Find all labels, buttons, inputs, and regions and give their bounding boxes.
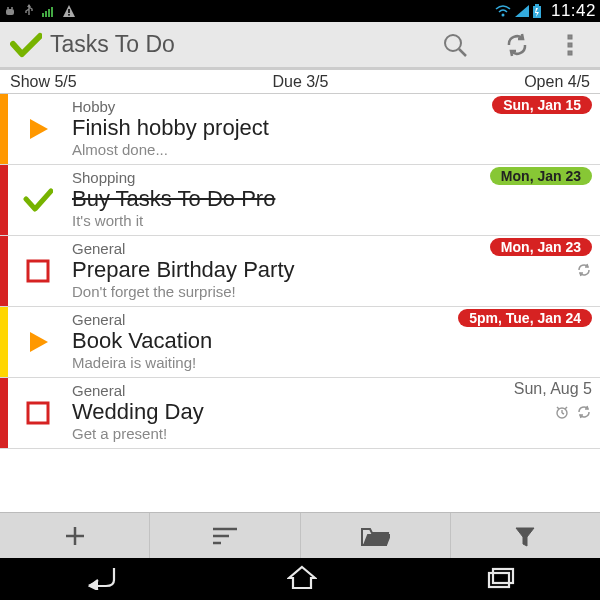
svg-point-16 — [445, 35, 461, 51]
check-icon — [23, 187, 53, 213]
task-state[interactable] — [8, 236, 68, 306]
sort-button[interactable] — [150, 513, 300, 558]
task-item[interactable]: Mon, Jan 23 General Prepare Birthday Par… — [0, 236, 600, 307]
priority-stripe — [0, 165, 8, 235]
svg-marker-37 — [289, 567, 315, 588]
task-item[interactable]: 5pm, Tue, Jan 24 General Book Vacation M… — [0, 307, 600, 378]
task-list[interactable]: Sun, Jan 15 Hobby Finish hobby project A… — [0, 94, 600, 512]
svg-rect-19 — [568, 43, 572, 47]
due-badge: 5pm, Tue, Jan 24 — [458, 309, 592, 327]
svg-rect-24 — [28, 403, 48, 423]
back-button[interactable] — [84, 564, 118, 594]
task-note: Don't forget the surprise! — [72, 283, 590, 300]
task-note: It's worth it — [72, 212, 590, 229]
task-state[interactable] — [8, 94, 68, 164]
due-badge: Mon, Jan 23 — [490, 238, 592, 256]
filter-button[interactable] — [451, 513, 600, 558]
task-title: Buy Tasks To Do Pro — [72, 186, 590, 212]
add-task-button[interactable] — [0, 513, 150, 558]
home-button[interactable] — [287, 564, 317, 594]
android-nav-bar — [0, 558, 600, 600]
usb-icon — [24, 4, 34, 18]
bottom-toolbar — [0, 512, 600, 558]
signal-mini-icon — [42, 5, 54, 17]
svg-rect-9 — [68, 9, 70, 13]
svg-line-27 — [562, 413, 564, 414]
task-category: General — [72, 382, 590, 399]
sort-icon — [211, 525, 239, 547]
svg-marker-12 — [515, 5, 529, 17]
svg-rect-22 — [28, 261, 48, 281]
svg-rect-14 — [535, 4, 539, 6]
task-note: Get a present! — [72, 425, 590, 442]
task-item[interactable]: Sun, Jan 15 Hobby Finish hobby project A… — [0, 94, 600, 165]
task-title: Prepare Birthday Party — [72, 257, 590, 283]
funnel-icon — [513, 524, 537, 548]
task-state[interactable] — [8, 165, 68, 235]
task-state[interactable] — [8, 378, 68, 448]
svg-rect-20 — [568, 51, 572, 55]
search-button[interactable] — [424, 21, 486, 69]
svg-rect-2 — [6, 9, 14, 15]
battery-icon — [533, 4, 541, 18]
svg-rect-6 — [48, 9, 50, 17]
svg-rect-4 — [42, 13, 44, 17]
due-badge: Sun, Jan 15 — [492, 96, 592, 114]
repeat-icon — [576, 404, 592, 420]
priority-stripe — [0, 236, 8, 306]
task-title: Finish hobby project — [72, 115, 590, 141]
due-badge: Mon, Jan 23 — [490, 167, 592, 185]
folder-icon — [360, 525, 390, 547]
task-note: Madeira is waiting! — [72, 354, 590, 371]
overflow-menu-icon — [566, 33, 574, 57]
priority-stripe — [0, 307, 8, 377]
task-title: Wedding Day — [72, 399, 590, 425]
back-icon — [84, 564, 118, 590]
filter-open[interactable]: Open 4/5 — [524, 73, 590, 91]
folder-button[interactable] — [301, 513, 451, 558]
svg-point-11 — [501, 14, 504, 17]
svg-marker-3 — [27, 4, 31, 7]
play-icon — [24, 115, 52, 143]
svg-point-1 — [11, 7, 13, 9]
task-item[interactable]: Sun, Aug 5 General Wedding Day Get a pre… — [0, 378, 600, 449]
refresh-icon — [504, 32, 530, 58]
repeat-icon — [576, 262, 592, 278]
svg-point-0 — [7, 7, 9, 9]
overflow-menu-button[interactable] — [548, 21, 592, 69]
svg-line-28 — [557, 407, 559, 409]
app-header: Tasks To Do — [0, 22, 600, 70]
filter-show[interactable]: Show 5/5 — [10, 73, 77, 91]
android-icon — [4, 5, 16, 17]
due-text: Sun, Aug 5 — [514, 380, 592, 398]
checkbox-empty-icon — [26, 259, 50, 283]
svg-line-17 — [459, 49, 466, 56]
android-status-bar: 11:42 — [0, 0, 600, 22]
svg-marker-35 — [516, 528, 534, 546]
svg-marker-21 — [30, 119, 48, 139]
task-state[interactable] — [8, 307, 68, 377]
app-title: Tasks To Do — [50, 31, 175, 58]
svg-marker-23 — [30, 332, 48, 352]
recents-button[interactable] — [486, 565, 516, 593]
priority-stripe — [0, 94, 8, 164]
task-note: Almost done... — [72, 141, 590, 158]
svg-rect-7 — [51, 7, 53, 17]
svg-rect-18 — [568, 35, 572, 39]
svg-rect-5 — [45, 11, 47, 17]
task-item[interactable]: Mon, Jan 23 Shopping Buy Tasks To Do Pro… — [0, 165, 600, 236]
app-logo-icon[interactable] — [8, 32, 44, 58]
recents-icon — [486, 565, 516, 589]
alarm-icon — [554, 404, 570, 420]
checkbox-empty-icon — [26, 401, 50, 425]
refresh-button[interactable] — [486, 21, 548, 69]
search-icon — [442, 32, 468, 58]
filter-summary-row: Show 5/5 Due 3/5 Open 4/5 — [0, 70, 600, 94]
priority-stripe — [0, 378, 8, 448]
svg-line-29 — [565, 407, 567, 409]
plus-icon — [62, 523, 88, 549]
filter-due[interactable]: Due 3/5 — [77, 73, 524, 91]
task-title: Book Vacation — [72, 328, 590, 354]
svg-rect-10 — [68, 14, 70, 16]
play-icon — [24, 328, 52, 356]
